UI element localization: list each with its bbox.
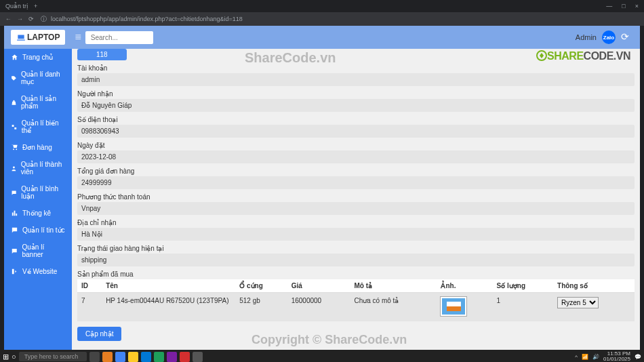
nav-reload-icon[interactable]: ⟳ bbox=[28, 16, 34, 22]
address-input[interactable] bbox=[77, 228, 635, 241]
col-img: Ảnh. bbox=[437, 279, 492, 293]
sidebar: Trang chủ Quản lí danh mục Quản lí sản p… bbox=[4, 49, 72, 350]
news-icon bbox=[11, 226, 18, 234]
sidebar-item-home[interactable]: Trang chủ bbox=[4, 49, 72, 66]
field-payment: Phương thức thanh toán bbox=[77, 193, 635, 215]
sidebar-item-banner[interactable]: Quản lí banner bbox=[4, 239, 72, 263]
recipient-input[interactable] bbox=[77, 99, 635, 112]
field-address: Địa chỉ nhận bbox=[77, 219, 635, 241]
field-status: Trạng thái giao hàng hiện tại bbox=[77, 245, 635, 266]
tag-icon bbox=[11, 75, 17, 82]
sidebar-item-variants[interactable]: Quản lí biến thể bbox=[4, 115, 72, 139]
chart-icon bbox=[11, 209, 18, 217]
field-phone: Số điện thoại bbox=[77, 116, 635, 138]
tray-wifi-icon[interactable]: 📶 bbox=[582, 354, 588, 360]
col-price: Giá bbox=[287, 279, 350, 293]
app-icon-2[interactable] bbox=[115, 352, 125, 362]
comment-icon bbox=[11, 189, 17, 197]
account-input[interactable] bbox=[77, 73, 635, 86]
field-date: Ngày đặt bbox=[77, 142, 635, 163]
exit-icon bbox=[11, 268, 18, 275]
product-image-cell bbox=[437, 293, 492, 322]
task-view-icon[interactable] bbox=[89, 352, 100, 362]
tray-volume-icon[interactable]: 🔊 bbox=[592, 354, 599, 360]
svg-point-1 bbox=[13, 166, 15, 168]
field-account: Tài khoản bbox=[77, 64, 635, 86]
product-thumbnail[interactable] bbox=[441, 297, 466, 316]
window-max-button[interactable]: □ bbox=[622, 3, 625, 9]
start-button[interactable]: ⊞ bbox=[3, 353, 9, 361]
nav-back-icon[interactable]: ← bbox=[5, 16, 12, 22]
col-disk: Ổ cứng bbox=[235, 279, 287, 293]
zalo-icon[interactable]: Zalo bbox=[602, 31, 616, 44]
col-spec: Thông số bbox=[553, 279, 635, 293]
user-icon bbox=[11, 165, 17, 172]
sidebar-item-news[interactable]: Quản lí tin tức bbox=[4, 222, 72, 239]
field-recipient: Người nhận bbox=[77, 90, 635, 112]
products-heading: Sản phẩm đã mua bbox=[77, 270, 635, 278]
order-id-tag: 118 bbox=[77, 49, 127, 60]
laptop-icon bbox=[16, 33, 26, 42]
new-tab-button[interactable]: + bbox=[34, 3, 37, 9]
date-input[interactable] bbox=[77, 150, 635, 163]
sidebar-item-comments[interactable]: Quản lí bình luận bbox=[4, 180, 72, 205]
app-icon-7[interactable] bbox=[180, 352, 190, 362]
app-icon-6[interactable] bbox=[167, 352, 177, 362]
field-total: Tổng giá đơn hàng bbox=[77, 167, 635, 189]
user-label[interactable]: Admin bbox=[576, 33, 597, 41]
total-input[interactable] bbox=[77, 176, 635, 189]
taskbar-search[interactable]: Type here to search bbox=[19, 352, 87, 361]
spec-select[interactable]: Ryzen 5 bbox=[557, 297, 599, 308]
cart-icon bbox=[11, 144, 18, 151]
sidebar-item-orders[interactable]: Đơn hàng bbox=[4, 139, 72, 156]
bag-icon bbox=[11, 99, 17, 106]
url-text[interactable]: localhost/fptshopphp/app/admin/index.php… bbox=[51, 16, 639, 22]
main-content: 118 Tài khoản Người nhận Số điện thoại N… bbox=[72, 49, 640, 350]
col-name: Tên bbox=[102, 279, 235, 293]
windows-taskbar: ⊞ ○ Type here to search ^ 📶 🔊 11:53 PM 0… bbox=[0, 350, 644, 362]
browser-url-bar: ← → ⟳ ⓘ localhost/fptshopphp/app/admin/i… bbox=[0, 12, 644, 26]
phone-input[interactable] bbox=[77, 125, 635, 138]
payment-input[interactable] bbox=[77, 202, 635, 215]
sidebar-item-products[interactable]: Quản lí sản phẩm bbox=[4, 90, 72, 115]
window-close-button[interactable]: × bbox=[635, 3, 639, 9]
menu-toggle-icon[interactable]: ≡ bbox=[75, 31, 81, 43]
sidebar-item-categories[interactable]: Quản lí danh mục bbox=[4, 66, 72, 90]
taskbar-date[interactable]: 01/01/2025 bbox=[603, 357, 630, 362]
browser-titlebar: Quản trị + — □ × bbox=[0, 0, 644, 12]
info-icon[interactable]: ⓘ bbox=[41, 15, 47, 24]
home-icon bbox=[11, 54, 18, 61]
sidebar-item-stats[interactable]: Thống kê bbox=[4, 205, 72, 222]
nav-forward-icon[interactable]: → bbox=[17, 16, 23, 22]
products-table: ID Tên Ổ cứng Giá Mô tả Ảnh. Số lượng Th… bbox=[77, 279, 635, 321]
sidebar-item-members[interactable]: Quản lí thành viên bbox=[4, 156, 72, 180]
status-input[interactable] bbox=[77, 254, 635, 266]
col-qty: Số lượng bbox=[493, 279, 553, 293]
app-icon-8[interactable] bbox=[193, 352, 203, 362]
banner-icon bbox=[11, 247, 18, 255]
col-id: ID bbox=[77, 279, 102, 293]
cortana-icon[interactable]: ○ bbox=[12, 353, 16, 361]
search-input[interactable] bbox=[85, 31, 153, 44]
refresh-icon[interactable]: ⟳ bbox=[621, 31, 633, 43]
col-desc: Mô tả bbox=[350, 279, 437, 293]
variant-icon bbox=[11, 123, 18, 131]
table-row: 7 HP 14s-em0044AU R67520U (123T9PA) 512 … bbox=[77, 293, 635, 322]
notification-icon[interactable]: 💬 bbox=[635, 354, 641, 360]
tab-title[interactable]: Quản trị bbox=[5, 3, 28, 9]
app-topbar: LAPTOP ≡ Admin Zalo ⟳ bbox=[4, 26, 640, 49]
sidebar-item-website[interactable]: Về Website bbox=[4, 263, 72, 280]
tray-chevron-icon[interactable]: ^ bbox=[575, 354, 578, 360]
app-icon-4[interactable] bbox=[141, 352, 151, 362]
app-logo[interactable]: LAPTOP bbox=[11, 30, 65, 45]
window-min-button[interactable]: — bbox=[606, 3, 612, 9]
app-icon-5[interactable] bbox=[154, 352, 164, 362]
update-button[interactable]: Cập nhật bbox=[77, 327, 121, 341]
app-icon-3[interactable] bbox=[128, 352, 138, 362]
app-icon-1[interactable] bbox=[102, 352, 113, 362]
